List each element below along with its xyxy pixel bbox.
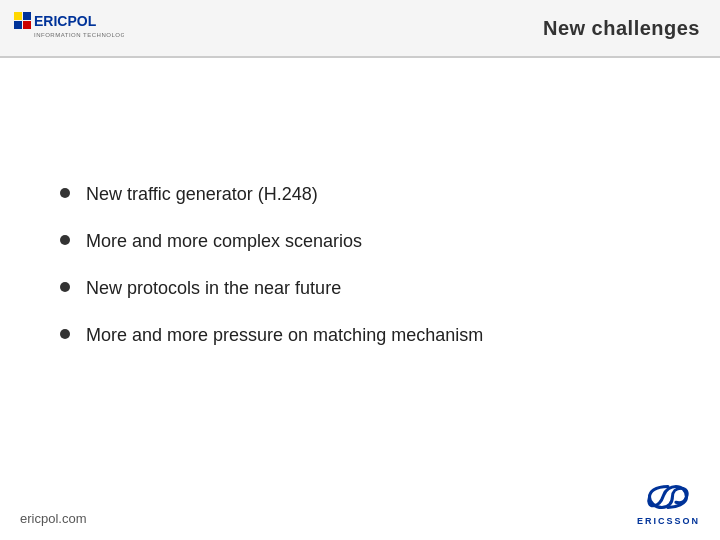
slide: ERICPOL INFORMATION TECHNOLOGY New chall…: [0, 0, 720, 540]
svg-rect-3: [23, 21, 31, 29]
ericsson-symbol-icon: [646, 480, 690, 514]
svg-rect-1: [23, 12, 31, 20]
list-item: More and more pressure on matching mecha…: [60, 323, 660, 348]
list-item: New protocols in the near future: [60, 276, 660, 301]
ericsson-label: ERICSSON: [637, 516, 700, 526]
list-item: New traffic generator (H.248): [60, 182, 660, 207]
svg-text:ERICPOL: ERICPOL: [34, 13, 97, 29]
svg-text:INFORMATION TECHNOLOGY: INFORMATION TECHNOLOGY: [34, 32, 124, 38]
slide-content: New traffic generator (H.248) More and m…: [0, 58, 720, 472]
bullet-dot: [60, 188, 70, 198]
bullet-text: More and more complex scenarios: [86, 229, 362, 254]
svg-rect-2: [14, 21, 22, 29]
footer-url: ericpol.com: [20, 511, 86, 526]
svg-rect-0: [14, 12, 22, 20]
bullet-text: New traffic generator (H.248): [86, 182, 318, 207]
bullet-list: New traffic generator (H.248) More and m…: [60, 182, 660, 349]
bullet-dot: [60, 282, 70, 292]
bullet-dot: [60, 329, 70, 339]
slide-footer: ericpol.com ERICSSON: [0, 472, 720, 540]
ericsson-logo: ERICSSON: [637, 480, 700, 526]
ericpol-logo-icon: ERICPOL INFORMATION TECHNOLOGY: [14, 10, 124, 46]
bullet-text: More and more pressure on matching mecha…: [86, 323, 483, 348]
bullet-text: New protocols in the near future: [86, 276, 341, 301]
bullet-dot: [60, 235, 70, 245]
list-item: More and more complex scenarios: [60, 229, 660, 254]
logo-area: ERICPOL INFORMATION TECHNOLOGY: [14, 10, 124, 46]
slide-title: New challenges: [543, 17, 700, 40]
slide-header: ERICPOL INFORMATION TECHNOLOGY New chall…: [0, 0, 720, 58]
